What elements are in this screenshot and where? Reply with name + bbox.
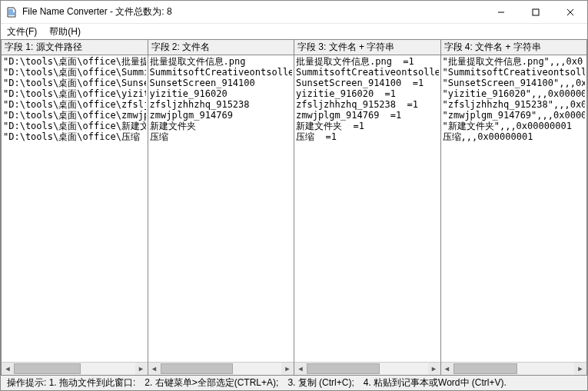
column-3: 批量提取文件信息.png =1SummitsoftCreativeontsoll… [294,55,441,375]
list-item[interactable]: "yizitie_916020",,,0x0000000 [443,88,586,99]
list-item[interactable]: "D:\tools\桌面\office\zfslj: [3,99,146,110]
list-item[interactable]: "D:\tools\桌面\office\zmwjpl [3,110,146,121]
status-hint-1: 操作提示: 1. 拖动文件到此窗口: [2,376,140,389]
list-item[interactable]: 批量提取文件信息.png =1 [296,56,439,67]
maximize-button[interactable] [518,1,553,23]
status-hint-3: 3. 复制 (Ctrl+C); [283,376,358,389]
list-item[interactable]: 压缩 [150,131,293,142]
scrollbar-h-3[interactable]: ◄ ► [294,362,440,374]
list-item[interactable]: "SummitsoftCreativeontsolle [443,67,586,78]
column-1: "D:\tools\桌面\office\批量提"D:\tools\桌面\offi… [1,55,148,375]
list-item[interactable]: zmwjplgm_914769 [150,110,293,121]
list-item[interactable]: 批量提取文件信息.png [150,56,293,67]
list-item[interactable]: yizitie_916020 =1 [296,88,439,99]
list-item[interactable]: "D:\tools\桌面\office\新建文 [3,121,146,131]
columns-container: "D:\tools\桌面\office\批量提"D:\tools\桌面\offi… [1,55,587,375]
listbox-1[interactable]: "D:\tools\桌面\office\批量提"D:\tools\桌面\offi… [2,55,148,362]
menubar: 文件(F) 帮助(H) [1,24,587,39]
listbox-3[interactable]: 批量提取文件信息.png =1SummitsoftCreativeontsoll… [294,55,440,362]
menu-help[interactable]: 帮助(H) [46,25,84,39]
scroll-right-icon[interactable]: ► [428,363,440,375]
list-item[interactable]: yizitie_916020 [150,88,293,99]
scroll-left-icon[interactable]: ◄ [2,363,14,375]
list-item[interactable]: "D:\tools\桌面\office\压缩 [3,131,146,142]
scroll-left-icon[interactable]: ◄ [441,363,453,375]
column-header-2: 字段 2: 文件名 [148,40,295,55]
list-item[interactable]: zfsljzhhzhq_915238 [150,99,293,110]
listbox-2[interactable]: 批量提取文件信息.pngSummitsoftCreativeontsollecS… [148,55,294,362]
status-hint-4: 4. 粘贴到记事本或Word中 (Ctrl+V). [359,376,511,389]
list-item[interactable]: zfsljzhhzhq_915238 =1 [296,99,439,110]
column-2: 批量提取文件信息.pngSummitsoftCreativeontsollecS… [148,55,295,375]
list-item[interactable]: 压缩 =1 [296,131,439,142]
column-headers-row: 字段 1: 源文件路径 字段 2: 文件名 字段 3: 文件名 + 字符串 字段… [1,39,587,55]
minimize-button[interactable] [483,1,518,23]
scroll-right-icon[interactable]: ► [574,363,586,375]
list-item[interactable]: "SunsetScreen_914100",,,0x00 [443,78,586,88]
list-item[interactable]: "新建文件夹",,,0x00000001 [443,121,586,131]
app-icon [5,6,18,18]
menu-file[interactable]: 文件(F) [4,25,40,39]
list-item[interactable]: 压缩,,,0x00000001 [443,131,586,142]
column-header-1: 字段 1: 源文件路径 [1,40,148,55]
svg-rect-1 [533,9,539,15]
scroll-right-icon[interactable]: ► [281,363,294,375]
list-item[interactable]: zmwjplgm_914769 =1 [296,110,439,121]
statusbar: 操作提示: 1. 拖动文件到此窗口: 2. 右键菜单>全部选定(CTRL+A);… [1,375,587,390]
list-item[interactable]: 新建文件夹 [150,121,293,131]
window-controls [483,1,587,23]
scrollbar-h-2[interactable]: ◄ ► [148,362,294,374]
column-header-3: 字段 3: 文件名 + 字符串 [294,40,441,55]
list-item[interactable]: "zmwjplgm_914769",,,0x000000 [443,110,586,121]
window-title: File Name Converter - 文件总数为: 8 [22,5,483,18]
list-item[interactable]: "批量提取文件信息.png",,,0x0 [443,56,586,67]
listbox-4[interactable]: "批量提取文件信息.png",,,0x0"SummitsoftCreativeo… [441,55,587,362]
list-item[interactable]: SummitsoftCreativeontsollec [150,67,293,78]
scroll-left-icon[interactable]: ◄ [148,363,161,375]
close-button[interactable] [553,1,587,23]
scrollbar-h-4[interactable]: ◄ ► [441,362,587,374]
list-item[interactable]: SummitsoftCreativeontsollec [296,67,439,78]
column-4: "批量提取文件信息.png",,,0x0"SummitsoftCreativeo… [441,55,588,375]
list-item[interactable]: "zfsljzhhzhq_915238",,,0x000 [443,99,586,110]
list-item[interactable]: "D:\tools\桌面\office\批量提 [3,56,146,67]
scroll-left-icon[interactable]: ◄ [294,363,307,375]
titlebar: File Name Converter - 文件总数为: 8 [1,1,587,24]
list-item[interactable]: "D:\tools\桌面\office\Sunset [3,78,146,88]
status-hint-2: 2. 右键菜单>全部选定(CTRL+A); [140,376,283,389]
scroll-right-icon[interactable]: ► [135,363,148,375]
list-item[interactable]: "D:\tools\桌面\office\Summit [3,67,146,78]
list-item[interactable]: 新建文件夹 =1 [296,121,439,131]
column-header-4: 字段 4: 文件名 + 字符串 [441,40,588,55]
list-item[interactable]: "D:\tools\桌面\office\yiziti [3,88,146,99]
list-item[interactable]: SunsetScreen_914100 =1 [296,78,439,88]
list-item[interactable]: SunsetScreen_914100 [150,78,293,88]
scrollbar-h-1[interactable]: ◄ ► [2,362,148,374]
